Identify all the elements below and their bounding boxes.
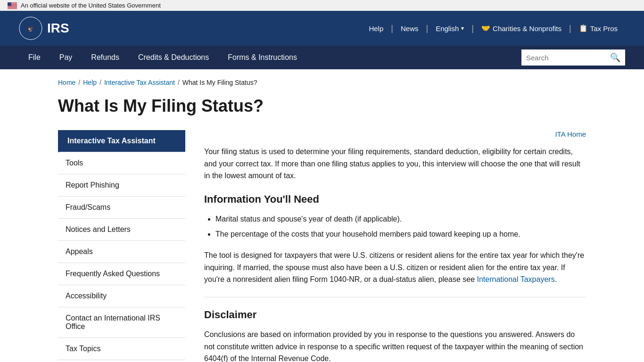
header-nav-charities[interactable]: 🤝 Charities & Nonprofits xyxy=(474,24,569,33)
bullet-item-2: The percentage of the costs that your ho… xyxy=(215,228,586,240)
two-col-layout: Interactive Tax Assistant Tools Report P… xyxy=(58,130,586,362)
breadcrumb-help[interactable]: Help xyxy=(83,79,97,86)
main-nav: File Pay Refunds Credits & Deductions Fo… xyxy=(0,46,644,69)
intro-paragraph: Your filing status is used to determine … xyxy=(204,146,586,182)
info-follow-text-end: . xyxy=(555,275,557,283)
nav-pay[interactable]: Pay xyxy=(50,46,82,69)
main-content: ITA Home Your filing status is used to d… xyxy=(204,130,586,362)
gov-banner-text: An official website of the United States… xyxy=(21,2,161,9)
taxpros-label: Tax Pros xyxy=(590,25,618,33)
svg-rect-13 xyxy=(8,2,11,6)
sidebar-item-fraud-scams[interactable]: Fraud/Scams xyxy=(58,197,185,219)
content-wrapper: Home / Help / Interactive Tax Assistant … xyxy=(39,69,605,362)
bullet-list: Marital status and spouse's year of deat… xyxy=(215,213,586,240)
sidebar-item-interactive-tax-assistant[interactable]: Interactive Tax Assistant xyxy=(58,130,185,152)
sidebar-item-appeals[interactable]: Appeals xyxy=(58,241,185,263)
svg-rect-11 xyxy=(8,8,17,8)
svg-text:🦅: 🦅 xyxy=(27,25,34,32)
main-nav-links: File Pay Refunds Credits & Deductions Fo… xyxy=(19,46,306,69)
info-follow-text: The tool is designed for taxpayers that … xyxy=(204,249,586,286)
disclaimer-text: Conclusions are based on information pro… xyxy=(204,329,586,362)
nav-forms[interactable]: Forms & Instructions xyxy=(218,46,306,69)
sidebar-item-tax-topics[interactable]: Tax Topics xyxy=(58,338,185,360)
sidebar: Interactive Tax Assistant Tools Report P… xyxy=(58,130,185,360)
breadcrumb-ita[interactable]: Interactive Tax Assistant xyxy=(104,79,175,86)
logo-area: 🦅 IRS xyxy=(19,16,69,40)
breadcrumb: Home / Help / Interactive Tax Assistant … xyxy=(58,79,586,86)
section-divider-1 xyxy=(204,297,586,297)
breadcrumb-current: What Is My Filing Status? xyxy=(182,79,257,86)
svg-rect-8 xyxy=(8,6,17,7)
gov-banner: An official website of the United States… xyxy=(0,0,644,11)
header-nav-news[interactable]: News xyxy=(393,25,426,33)
sidebar-item-international-irs[interactable]: Contact an International IRS Office xyxy=(58,307,185,338)
page-title: What Is My Filing Status? xyxy=(58,96,586,116)
disclaimer-heading: Disclaimer xyxy=(204,309,586,321)
breadcrumb-sep-2: / xyxy=(99,79,101,86)
info-section-heading: Information You'll Need xyxy=(204,193,586,206)
international-taxpayers-link[interactable]: International Taxpayers xyxy=(477,275,555,283)
chevron-down-icon: ▾ xyxy=(461,25,464,32)
header-nav-english[interactable]: English ▾ xyxy=(428,25,471,33)
bullet-item-1: Marital status and spouse's year of deat… xyxy=(215,213,586,225)
nav-refunds[interactable]: Refunds xyxy=(82,46,129,69)
header-nav: Help | News | English ▾ | 🤝 Charities & … xyxy=(361,24,625,33)
breadcrumb-home[interactable]: Home xyxy=(58,79,75,86)
sidebar-item-report-phishing[interactable]: Report Phishing xyxy=(58,174,185,197)
doc-icon: 📋 xyxy=(579,24,588,33)
nav-file[interactable]: File xyxy=(19,46,50,69)
sidebar-item-tools[interactable]: Tools xyxy=(58,152,185,174)
irs-logo[interactable]: IRS xyxy=(47,21,69,36)
english-label: English xyxy=(436,25,459,33)
breadcrumb-sep-1: / xyxy=(78,79,80,86)
irs-logo-text: IRS xyxy=(47,21,69,36)
irs-eagle-icon: 🦅 xyxy=(19,16,42,40)
sidebar-item-notices-letters[interactable]: Notices and Letters xyxy=(58,219,185,241)
search-button[interactable]: 🔍 xyxy=(610,52,620,63)
svg-rect-7 xyxy=(8,6,17,6)
svg-rect-10 xyxy=(8,7,17,8)
header-nav-help[interactable]: Help xyxy=(361,25,391,33)
svg-rect-9 xyxy=(8,7,17,7)
us-flag-icon xyxy=(8,2,17,9)
search-box: 🔍 xyxy=(521,49,625,66)
search-input[interactable] xyxy=(526,54,610,62)
sidebar-item-accessibility[interactable]: Accessibility xyxy=(58,285,185,307)
search-icon: 🔍 xyxy=(610,53,620,62)
sidebar-item-faq[interactable]: Frequently Asked Questions xyxy=(58,263,185,285)
breadcrumb-sep-3: / xyxy=(178,79,180,86)
site-header: 🦅 IRS Help | News | English ▾ | 🤝 Charit… xyxy=(0,11,644,46)
ita-home-link[interactable]: ITA Home xyxy=(204,130,586,138)
nav-credits[interactable]: Credits & Deductions xyxy=(129,46,218,69)
charities-label: Charities & Nonprofits xyxy=(493,25,561,33)
hand-icon: 🤝 xyxy=(481,24,490,33)
svg-rect-12 xyxy=(8,8,17,8)
header-nav-taxpros[interactable]: 📋 Tax Pros xyxy=(571,24,625,33)
